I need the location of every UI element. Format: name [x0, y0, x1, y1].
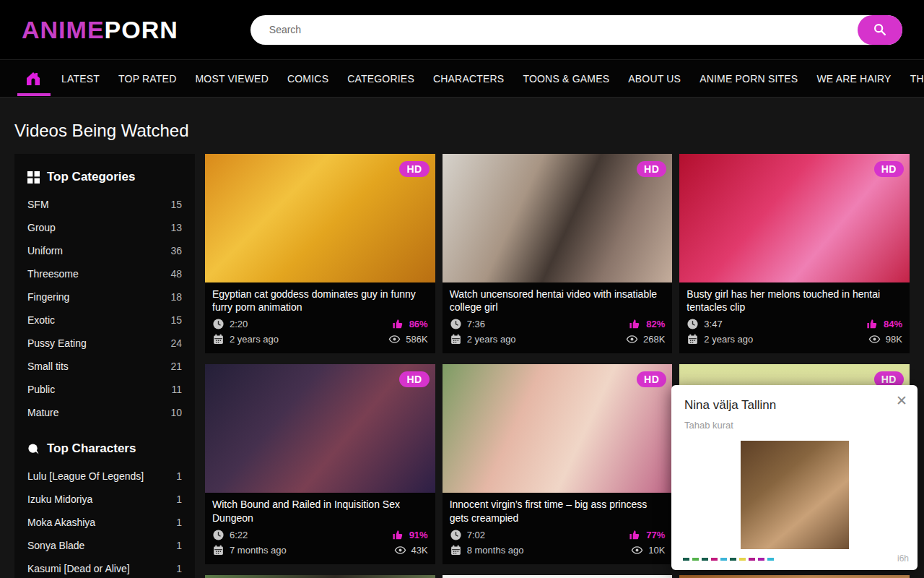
video-thumbnail[interactable]: HD	[679, 154, 910, 282]
video-title[interactable]: Watch uncensored hentai video with insat…	[450, 288, 666, 314]
video-age: 2 years ago	[467, 334, 516, 345]
top-categories-heading: Top Categories	[27, 170, 182, 184]
top-characters-title: Top Characters	[47, 441, 136, 456]
thumbs-up-icon	[392, 529, 404, 541]
clock-icon	[212, 529, 225, 541]
search-icon	[872, 22, 888, 38]
calendar-icon	[450, 333, 462, 345]
eye-icon	[388, 333, 401, 345]
sidebar-item-group[interactable]: Group13	[27, 216, 182, 239]
video-views: 268K	[643, 334, 665, 345]
nav-home[interactable]	[14, 60, 52, 98]
nav-item-comics[interactable]: COMICS	[278, 73, 338, 85]
video-duration: 7:02	[467, 530, 485, 540]
sidebar-item-public[interactable]: Public11	[27, 378, 182, 401]
video-card[interactable]: HD Innocent virgin’s first time – big as…	[443, 364, 673, 564]
ad-popup-title[interactable]: Nina välja Tallinn	[684, 398, 905, 413]
character-icon	[27, 443, 40, 455]
video-thumbnail[interactable]: HD	[205, 154, 435, 282]
nav-item-we-are-hairy[interactable]: WE ARE HAIRY	[807, 73, 900, 85]
ad-photo[interactable]	[741, 441, 849, 549]
search-button[interactable]	[858, 15, 902, 45]
video-meta: Watch uncensored hentai video with insat…	[443, 282, 673, 353]
nav-item-toons-games[interactable]: TOONS & GAMES	[513, 73, 619, 85]
sidebar-item-sfm[interactable]: SFM15	[27, 193, 182, 216]
nav-item-categories[interactable]: CATEGORIES	[338, 73, 424, 85]
video-card[interactable]: HD Watch uncensored hentai video with in…	[443, 154, 673, 353]
thumbs-up-icon	[629, 318, 641, 330]
video-thumbnail[interactable]: HD	[443, 364, 673, 493]
ad-popup: ✕ Nina välja Tallinn Tahab kurat i6h	[671, 385, 918, 570]
video-card[interactable]: HD	[443, 575, 673, 578]
nav-item-about-us[interactable]: ABOUT US	[619, 73, 690, 85]
hd-badge: HD	[637, 371, 666, 387]
hd-badge: HD	[399, 371, 429, 387]
sidebar-item-uniform[interactable]: Uniform36	[27, 239, 182, 262]
video-card[interactable]	[205, 575, 435, 578]
video-views: 43K	[411, 545, 428, 556]
sidebar-item-moka-akashiya[interactable]: Moka Akashiya1	[27, 511, 182, 534]
video-title[interactable]: Busty girl has her melons touched in hen…	[687, 288, 902, 314]
close-icon[interactable]: ✕	[893, 391, 910, 410]
video-like-percent: 86%	[409, 319, 428, 329]
video-thumbnail[interactable]	[205, 575, 435, 578]
sidebar-item-fingering[interactable]: Fingering18	[27, 285, 182, 309]
ad-popup-subtitle: Tahab kurat	[684, 420, 905, 431]
video-meta: Innocent virgin’s first time – big ass p…	[443, 493, 673, 564]
sidebar-item-sonya-blade[interactable]: Sonya Blade1	[27, 534, 182, 557]
video-title[interactable]: Innocent virgin’s first time – big ass p…	[450, 498, 666, 524]
video-thumbnail[interactable]: HD	[443, 575, 673, 578]
thumbs-up-icon	[866, 318, 879, 330]
video-meta: Egyptian cat goddess dominates guy in fu…	[205, 282, 435, 353]
clock-icon	[212, 318, 225, 330]
search-bar	[250, 15, 902, 45]
video-age: 7 months ago	[230, 545, 287, 556]
video-thumbnail[interactable]: HD	[205, 364, 435, 493]
video-thumbnail[interactable]: HD	[679, 575, 910, 578]
video-title[interactable]: Egyptian cat goddess dominates guy in fu…	[212, 288, 428, 314]
sidebar-item-exotic[interactable]: Exotic15	[27, 309, 182, 332]
sidebar-item-kasumi[interactable]: Kasumi [Dead or Alive]1	[27, 557, 182, 578]
video-duration: 3:47	[704, 319, 722, 329]
ad-timestamp: i6h	[897, 553, 909, 564]
calendar-icon	[450, 544, 462, 556]
sidebar-item-small-tits[interactable]: Small tits21	[27, 355, 182, 378]
sidebar-item-lulu[interactable]: Lulu [League Of Legends]1	[27, 465, 182, 488]
video-card[interactable]: HD Egyptian cat goddess dominates guy in…	[205, 154, 435, 353]
eye-icon	[394, 544, 406, 556]
nav-item-latest[interactable]: LATEST	[52, 73, 109, 85]
search-input[interactable]	[250, 15, 902, 45]
video-age: 8 months ago	[467, 545, 524, 556]
nav-item-top-rated[interactable]: TOP RATED	[109, 73, 186, 85]
calendar-icon	[212, 333, 225, 345]
video-views: 98K	[886, 334, 902, 345]
hd-badge: HD	[399, 161, 429, 177]
video-card[interactable]: HD Witch Bound and Railed in Inquisition…	[205, 364, 435, 564]
nav-item-most-viewed[interactable]: MOST VIEWED	[186, 73, 278, 85]
video-like-percent: 91%	[409, 530, 428, 540]
sidebar-item-threesome[interactable]: Threesome48	[27, 262, 182, 285]
site-logo[interactable]: ANIMEPORN	[22, 16, 178, 44]
sidebar-item-izuku-midoriya[interactable]: Izuku Midoriya1	[27, 488, 182, 511]
nav-item-characters[interactable]: CHARACTERS	[424, 73, 513, 85]
video-card[interactable]: HD	[679, 575, 910, 578]
clock-icon	[450, 318, 462, 330]
video-title[interactable]: Witch Bound and Railed in Inquisition Se…	[212, 498, 428, 524]
ad-brand-dashes	[683, 558, 774, 561]
video-age: 2 years ago	[230, 334, 279, 345]
nav-item-anime-porn-sites[interactable]: ANIME PORN SITES	[690, 73, 807, 85]
logo-part-porn: PORN	[105, 16, 178, 43]
video-card[interactable]: HD Busty girl has her melons touched in …	[679, 154, 910, 353]
nav-item-theporndude[interactable]: THEPORNDUDE	[901, 73, 924, 85]
sidebar-item-pussy-eating[interactable]: Pussy Eating24	[27, 332, 182, 355]
video-thumbnail[interactable]: HD	[443, 154, 673, 282]
video-age: 2 years ago	[704, 334, 753, 345]
logo-part-anime: ANIME	[22, 16, 105, 43]
video-like-percent: 82%	[646, 319, 665, 329]
eye-icon	[626, 333, 638, 345]
sidebar-item-mature[interactable]: Mature10	[27, 401, 182, 424]
page-title: Videos Being Watched	[14, 121, 910, 141]
top-categories-title: Top Categories	[47, 170, 135, 184]
hd-badge: HD	[874, 161, 904, 177]
thumbs-up-icon	[629, 529, 641, 541]
